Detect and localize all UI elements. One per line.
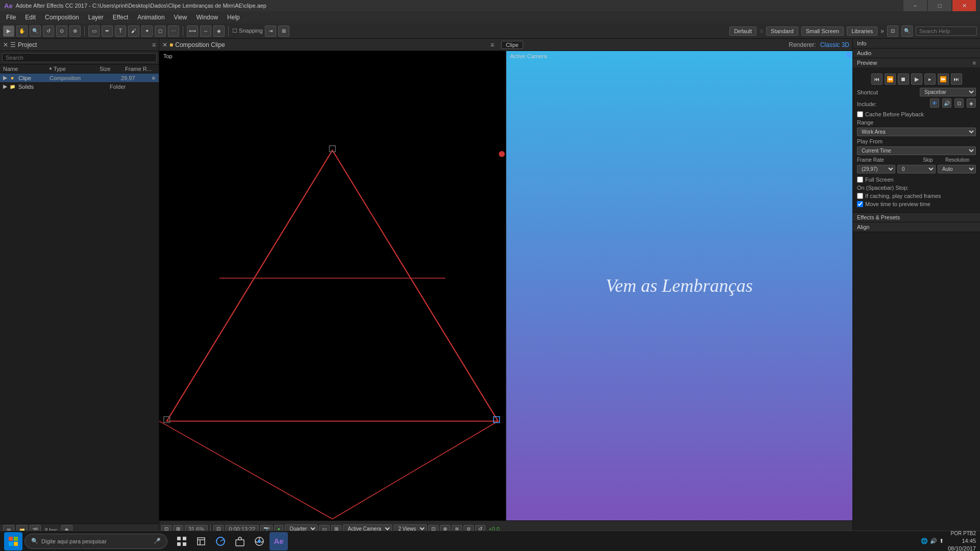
close-button[interactable]: ✕ <box>952 0 976 11</box>
task-icon-chrome[interactable] <box>250 532 268 550</box>
preset-small[interactable]: Small Screen <box>801 27 844 36</box>
preset-standard[interactable]: Standard <box>766 27 798 36</box>
align-tool[interactable]: ⟺ <box>187 26 198 37</box>
camera-orbit-tool[interactable]: ⊙ <box>56 26 67 37</box>
taskbar-search[interactable]: 🔍 Digite aqui para pesquisar 🎤 <box>24 534 167 549</box>
prev-play-audio-btn[interactable]: ▸ <box>924 73 936 85</box>
on-stop-label: On (Spacebar) Stop: <box>857 185 976 191</box>
zoom-tool[interactable]: 🔍 <box>30 26 41 37</box>
comp-tab-clipe[interactable]: Clipe <box>501 41 523 49</box>
range-select[interactable]: Work Area <box>857 128 976 136</box>
skip-select[interactable]: 0 <box>897 165 936 173</box>
grid-btn[interactable]: ⊞ <box>278 26 289 37</box>
prev-play-btn[interactable]: ▶ <box>911 73 922 85</box>
menu-item-animation[interactable]: Animation <box>133 13 168 22</box>
shape-tool-rect[interactable]: ▭ <box>88 26 100 37</box>
item-type-solids: Folder <box>110 84 156 90</box>
search-input[interactable] <box>916 27 977 36</box>
eraser-tool[interactable]: ◻ <box>155 26 166 37</box>
project-item-clipe[interactable]: ▶ ■ Clipe Composition 29,97 ⊕ <box>0 73 159 82</box>
toolbar-more[interactable]: » <box>880 28 884 35</box>
menu-item-effect[interactable]: Effect <box>109 13 132 22</box>
menu-item-composition[interactable]: Composition <box>41 13 83 22</box>
shortcut-select[interactable]: Spacebar <box>920 88 976 96</box>
info-title[interactable]: Info <box>853 39 980 48</box>
workspace-btn[interactable]: ⊡ <box>887 26 898 37</box>
preview-menu-icon[interactable]: ≡ <box>973 60 976 66</box>
active-text: Vem as Lembranças <box>606 275 753 296</box>
cache-checkbox[interactable] <box>857 111 863 117</box>
clone-tool[interactable]: ✦ <box>141 26 153 37</box>
frame-rate-label: Frame Rate <box>857 157 921 163</box>
menu-item-file[interactable]: File <box>2 13 20 22</box>
viewport-triangle-svg <box>159 51 506 520</box>
project-menu-icon[interactable]: ≡ <box>152 41 156 48</box>
resolution-select[interactable]: Auto <box>938 165 976 173</box>
camera-pan-tool[interactable]: ⊕ <box>69 26 81 37</box>
panel-menu-icon[interactable]: ☰ <box>10 41 16 48</box>
task-icon-taskview[interactable] <box>173 532 191 550</box>
if-caching-checkbox[interactable] <box>857 193 863 199</box>
prev-last-btn[interactable]: ⏭ <box>951 73 962 85</box>
folder-icon: 📁 <box>8 84 16 90</box>
menu-item-layer[interactable]: Layer <box>84 13 108 22</box>
frame-rate-select[interactable]: (29,97) <box>857 165 895 173</box>
renderer-value: Classic 3D <box>820 41 849 48</box>
preview-title[interactable]: Preview ≡ <box>853 58 980 67</box>
align-title[interactable]: Align <box>853 222 980 232</box>
video-include-icon[interactable]: 👁 <box>930 98 939 108</box>
close-panel-icon[interactable]: ✕ <box>3 41 8 48</box>
info-label: Info <box>857 40 866 46</box>
transform-tool[interactable]: ↔ <box>200 26 211 37</box>
start-button[interactable] <box>4 532 22 550</box>
fullscreen-checkbox[interactable] <box>857 177 863 183</box>
preset-default[interactable]: Default <box>729 27 756 36</box>
puppet-tool[interactable]: ⋯ <box>168 26 179 37</box>
rotate-tool[interactable]: ↺ <box>43 26 54 37</box>
task-icon-ae[interactable]: Ae <box>270 532 288 550</box>
col-size: Size <box>100 66 125 72</box>
null-tool[interactable]: ◈ <box>213 26 225 37</box>
menu-item-help[interactable]: Help <box>223 13 244 22</box>
menu-item-window[interactable]: Window <box>192 13 222 22</box>
preset-libraries[interactable]: Libraries <box>847 27 877 36</box>
comp-menu-icon[interactable]: ≡ <box>491 41 494 48</box>
menu-item-view[interactable]: View <box>170 13 191 22</box>
select-tool[interactable]: ▶ <box>3 26 14 37</box>
brush-tool[interactable]: 🖌 <box>128 26 139 37</box>
top-viewport[interactable] <box>159 51 506 520</box>
audio-include-icon[interactable]: 🔊 <box>942 98 951 108</box>
project-item-solids[interactable]: ▶ 📁 Solids Folder <box>0 82 159 91</box>
play-from-select[interactable]: Current Time <box>857 146 976 155</box>
include-label: Include: <box>857 101 877 107</box>
task-icon-store[interactable] <box>231 532 249 550</box>
comp-close-icon[interactable]: ✕ <box>162 41 167 48</box>
snapping-btn[interactable]: ⇥ <box>265 26 276 37</box>
audio-label: Audio <box>857 50 871 56</box>
project-search-input[interactable] <box>2 53 157 62</box>
maximize-button[interactable]: □ <box>928 0 951 11</box>
search-btn[interactable]: 🔍 <box>901 26 913 37</box>
overflow-include-icon[interactable]: ⊡ <box>954 98 964 108</box>
sep1 <box>84 26 85 36</box>
audio-title[interactable]: Audio <box>853 48 980 58</box>
prev-first-btn[interactable]: ⏮ <box>871 73 883 85</box>
menu-item-edit[interactable]: Edit <box>21 13 40 22</box>
hand-tool[interactable]: ✋ <box>16 26 28 37</box>
effects-include-icon[interactable]: ◈ <box>967 98 976 108</box>
svg-point-7 <box>499 151 505 157</box>
prev-stop-btn[interactable]: ⏹ <box>898 73 909 85</box>
text-tool[interactable]: T <box>115 26 126 37</box>
renderer-label: Renderer: <box>789 41 816 48</box>
move-time-checkbox[interactable] <box>857 201 863 207</box>
toolbar: ▶ ✋ 🔍 ↺ ⊙ ⊕ ▭ ✒ T 🖌 ✦ ◻ ⋯ ⟺ ↔ ◈ ☐ Snappi… <box>0 23 980 39</box>
prev-fwd-btn[interactable]: ⏩ <box>938 73 949 85</box>
minimize-button[interactable]: − <box>903 0 927 11</box>
task-icon-edge[interactable] <box>211 532 230 550</box>
pen-tool[interactable]: ✒ <box>102 26 113 37</box>
prev-back-btn[interactable]: ⏪ <box>885 73 896 85</box>
task-icon-explorer[interactable] <box>192 532 210 550</box>
effects-title[interactable]: Effects & Presets <box>853 213 980 222</box>
item-name-clipe: Clipe <box>18 75 50 81</box>
taskbar-right: 🌐 🔊 ⬆ POR PTB2 14:45 08/10/2017 <box>921 530 976 551</box>
